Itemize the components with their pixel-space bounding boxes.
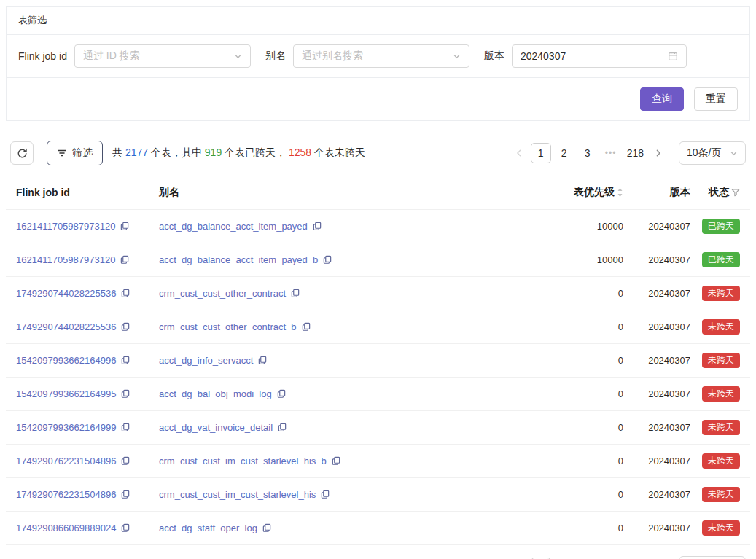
flink-job-id-link[interactable]: 1749290744028225536 — [16, 321, 116, 332]
status-badge: 未跨天 — [702, 353, 740, 368]
table-row: 1542097993662164996 acct_dg_info_servacc… — [6, 344, 750, 378]
status-badge: 已跨天 — [702, 219, 740, 234]
table-header-row: Flink job id 别名 表优先级 版本 状态 — [6, 177, 750, 210]
alias-link[interactable]: crm_cust_cust_other_contract — [159, 288, 286, 299]
copy-icon[interactable] — [278, 423, 287, 431]
sort-carets-icon[interactable] — [617, 187, 623, 198]
summary-mid1: 个表，其中 — [148, 146, 205, 158]
copy-icon[interactable] — [121, 389, 130, 398]
page: 表筛选 Flink job id 通过 ID 搜索 别名 通过别名搜索 版本 2… — [0, 6, 756, 559]
priority-value: 10000 — [529, 210, 623, 243]
copy-icon[interactable] — [121, 490, 130, 499]
prev-page-button[interactable] — [509, 143, 529, 163]
copy-icon[interactable] — [121, 523, 130, 532]
page-ellipsis[interactable]: ••• — [601, 143, 621, 163]
alias-link[interactable]: crm_cust_cust_other_contract_b — [159, 321, 297, 332]
copy-icon[interactable] — [277, 389, 286, 398]
copy-icon[interactable] — [121, 356, 130, 364]
summary-not-crossed-count: 1258 — [289, 146, 311, 158]
summary-text: 共 2177 个表，其中 919 个表已跨天， 1258 个表未跨天 — [112, 146, 365, 160]
table-row: 1749290744028225536 crm_cust_cust_other_… — [6, 310, 750, 344]
status-badge: 已跨天 — [702, 252, 740, 267]
top-pagination: 1 2 3 ••• 218 10条/页 — [509, 141, 746, 165]
priority-value: 0 — [529, 445, 623, 478]
alias-label: 别名 — [265, 50, 286, 63]
next-page-button[interactable] — [648, 143, 669, 163]
chevron-down-icon — [730, 149, 738, 157]
header-status: 状态 — [690, 177, 750, 210]
flink-job-id-link[interactable]: 1542097993662164996 — [16, 355, 116, 366]
page-button-3[interactable]: 3 — [577, 143, 598, 163]
query-button[interactable]: 查询 — [640, 87, 684, 111]
alias-link[interactable]: crm_cust_cust_im_cust_starlevel_his_b — [159, 456, 327, 466]
filter-toggle-button[interactable]: 筛选 — [47, 141, 103, 165]
header-status-label: 状态 — [709, 186, 729, 199]
chevron-down-icon — [234, 52, 242, 60]
page-size-select[interactable]: 10条/页 — [679, 141, 746, 165]
page-button-1[interactable]: 1 — [531, 143, 551, 163]
filter-fields-row: Flink job id 通过 ID 搜索 别名 通过别名搜索 版本 20240… — [7, 35, 749, 78]
page-button-last[interactable]: 218 — [624, 143, 647, 163]
flink-job-id-link[interactable]: 1749290762231504896 — [16, 456, 116, 466]
filter-toggle-label: 筛选 — [72, 146, 93, 160]
alias-link[interactable]: acct_dg_bal_obj_modi_log — [159, 388, 272, 399]
alias-select[interactable]: 通过别名搜索 — [293, 44, 469, 68]
copy-icon[interactable] — [121, 322, 130, 331]
chevron-left-icon — [515, 149, 523, 157]
flink-job-id-link[interactable]: 1749290866069889024 — [16, 523, 116, 533]
copy-icon[interactable] — [313, 222, 322, 230]
summary-total-count: 2177 — [125, 146, 148, 158]
copy-icon[interactable] — [323, 255, 332, 264]
status-badge: 未跨天 — [702, 520, 740, 536]
copy-icon[interactable] — [120, 222, 129, 230]
flink-job-id-select[interactable]: 通过 ID 搜索 — [74, 44, 251, 68]
copy-icon[interactable] — [302, 322, 311, 331]
version-date-input[interactable]: 20240307 — [512, 44, 687, 68]
alias-link[interactable]: acct_dg_vat_invoice_detail — [159, 422, 273, 433]
table-row: 1749290762231504896 crm_cust_cust_im_cus… — [6, 445, 750, 478]
header-priority-label: 表优先级 — [574, 186, 615, 199]
flink-job-id-link[interactable]: 1621411705987973120 — [16, 221, 115, 232]
version-label: 版本 — [484, 50, 504, 63]
header-version: 版本 — [623, 177, 690, 210]
bottom-pagination: 1 2 3 ••• 218 10条/页 — [509, 556, 746, 559]
header-flink-job-id: Flink job id — [6, 177, 149, 210]
flink-job-id-link[interactable]: 1749290762231504896 — [16, 489, 116, 500]
filter-actions-row: 查询 重置 — [7, 78, 749, 120]
alias-link[interactable]: crm_cust_cust_im_cust_starlevel_his — [159, 489, 316, 500]
copy-icon[interactable] — [121, 423, 130, 431]
copy-icon[interactable] — [258, 356, 267, 364]
flink-job-id-link[interactable]: 1621411705987973120 — [16, 254, 115, 265]
copy-icon[interactable] — [121, 289, 130, 297]
table-row: 1749290762231504896 crm_cust_cust_im_cus… — [6, 478, 750, 512]
version-value: 20240307 — [623, 478, 690, 512]
alias-link[interactable]: acct_dg_staff_oper_log — [159, 523, 257, 533]
alias-link[interactable]: acct_dg_info_servacct — [159, 355, 253, 366]
priority-value: 0 — [529, 411, 623, 445]
flink-job-id-link[interactable]: 1749290744028225536 — [16, 288, 116, 299]
status-badge: 未跨天 — [702, 487, 740, 502]
page-button-2[interactable]: 2 — [554, 143, 574, 163]
filter-card-title: 表筛选 — [7, 7, 749, 35]
flink-job-id-link[interactable]: 1542097993662164995 — [16, 388, 116, 399]
copy-icon[interactable] — [291, 289, 300, 297]
page-size-select[interactable]: 10条/页 — [679, 556, 746, 559]
header-priority[interactable]: 表优先级 — [529, 177, 623, 210]
alias-link[interactable]: acct_dg_balance_acct_item_payed_b — [159, 254, 318, 265]
priority-value: 0 — [529, 378, 623, 411]
funnel-icon[interactable] — [731, 188, 740, 197]
table-row: 1621411705987973120 acct_dg_balance_acct… — [6, 243, 750, 277]
copy-icon[interactable] — [332, 456, 340, 465]
version-value: 20240307 — [623, 277, 690, 310]
reset-button[interactable]: 重置 — [694, 87, 738, 111]
copy-icon[interactable] — [262, 523, 271, 532]
copy-icon[interactable] — [321, 490, 330, 499]
table-row: 1621411705987973120 acct_dg_balance_acct… — [6, 210, 750, 243]
refresh-button[interactable] — [10, 141, 34, 165]
copy-icon[interactable] — [120, 255, 129, 264]
copy-icon[interactable] — [121, 456, 130, 465]
flink-job-id-link[interactable]: 1542097993662164999 — [16, 422, 116, 433]
header-alias: 别名 — [149, 177, 529, 210]
table-row: 1749290744028225536 crm_cust_cust_other_… — [6, 277, 750, 310]
alias-link[interactable]: acct_dg_balance_acct_item_payed — [159, 221, 308, 232]
